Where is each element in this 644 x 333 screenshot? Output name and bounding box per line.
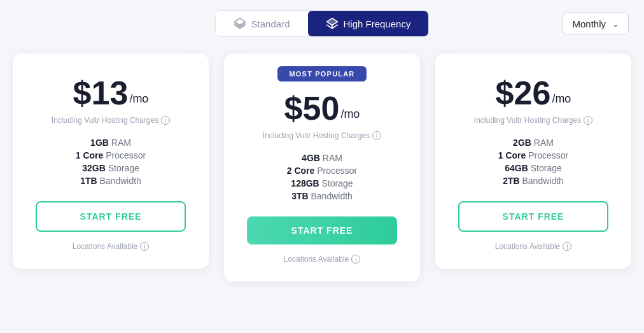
cards-area: $13/mo Including Vultr Hosting Charges i… [0,47,644,301]
plan-card-plan-13: $13/mo Including Vultr Hosting Charges i… [13,53,209,269]
spec-item: 1GB RAM [36,138,186,148]
chevron-down-icon: ⌄ [612,19,619,29]
locations-info-icon: i [351,255,360,264]
price-amount: $13 [73,76,129,110]
hosting-label: Including Vultr Hosting Charges i [263,131,381,140]
spec-item: 2TB Bandwidth [458,176,608,186]
hosting-label: Including Vultr Hosting Charges i [474,116,592,125]
spec-item: 32GB Storage [36,163,186,173]
most-popular-badge: MOST POPULAR [277,66,366,81]
hosting-label: Including Vultr Hosting Charges i [52,116,170,125]
start-free-button[interactable]: START FREE [458,201,608,232]
specs-list: 2GB RAM1 Core Processor64GB Storage2TB B… [458,138,608,186]
price-display: $50/mo [284,92,360,125]
tab-group: Standard High Frequency [215,10,430,37]
start-free-button[interactable]: START FREE [247,216,397,244]
price-display: $13/mo [73,76,149,110]
spec-item: 1TB Bandwidth [36,176,186,186]
layers-icon [234,17,246,30]
plan-card-plan-26: $26/mo Including Vultr Hosting Charges i… [435,53,631,269]
spec-item: 2GB RAM [458,138,608,148]
tab-hf-label: High Frequency [344,18,411,29]
spec-item: 64GB Storage [458,163,608,173]
tab-standard-label: Standard [251,18,290,29]
price-period: /mo [129,93,148,104]
locations-info-icon: i [563,242,571,251]
svg-marker-1 [326,18,337,25]
top-bar: Standard High Frequency Monthly ⌄ [0,0,644,47]
hosting-info-icon: i [161,116,170,125]
price-amount: $50 [284,92,340,125]
locations-info-icon: i [140,242,149,251]
locations-label: Locations Available i [495,242,572,251]
spec-item: 4GB RAM [247,153,397,163]
spec-item: 1 Core Processor [36,150,186,160]
tab-standard[interactable]: Standard [216,11,308,36]
price-period: /mo [340,108,360,120]
spec-item: 3TB Bandwidth [247,191,397,201]
locations-label: Locations Available i [73,242,150,251]
price-period: /mo [552,93,571,104]
spec-item: 128GB Storage [247,178,397,188]
billing-dropdown[interactable]: Monthly ⌄ [563,13,629,35]
locations-label: Locations Available i [284,255,361,264]
hf-icon [326,17,339,30]
price-display: $26/mo [496,76,571,110]
billing-label: Monthly [572,18,606,29]
tab-hf[interactable]: High Frequency [308,11,429,36]
hosting-info-icon: i [584,116,592,125]
specs-list: 4GB RAM2 Core Processor128GB Storage3TB … [247,153,397,201]
specs-list: 1GB RAM1 Core Processor32GB Storage1TB B… [36,138,186,186]
spec-item: 1 Core Processor [458,150,608,160]
start-free-button[interactable]: START FREE [36,201,186,232]
hosting-info-icon: i [372,131,381,140]
plan-card-plan-50: MOST POPULAR $50/mo Including Vultr Host… [224,53,420,281]
spec-item: 2 Core Processor [247,166,397,176]
price-amount: $26 [496,76,551,110]
